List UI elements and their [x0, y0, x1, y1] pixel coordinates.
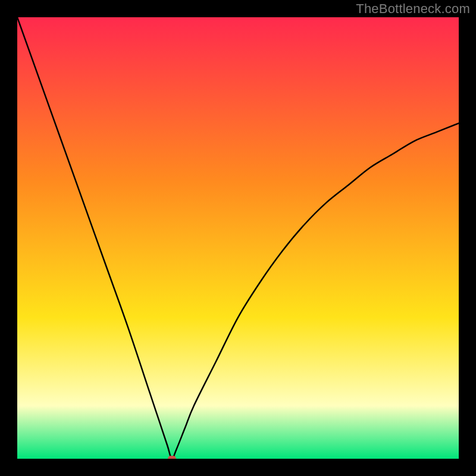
gradient-background	[17, 17, 459, 459]
plot-area	[17, 17, 459, 459]
optimal-point-marker	[168, 456, 176, 459]
watermark-text: TheBottleneck.com	[356, 1, 470, 17]
chart-svg	[17, 17, 459, 459]
chart-frame: TheBottleneck.com	[0, 0, 476, 476]
